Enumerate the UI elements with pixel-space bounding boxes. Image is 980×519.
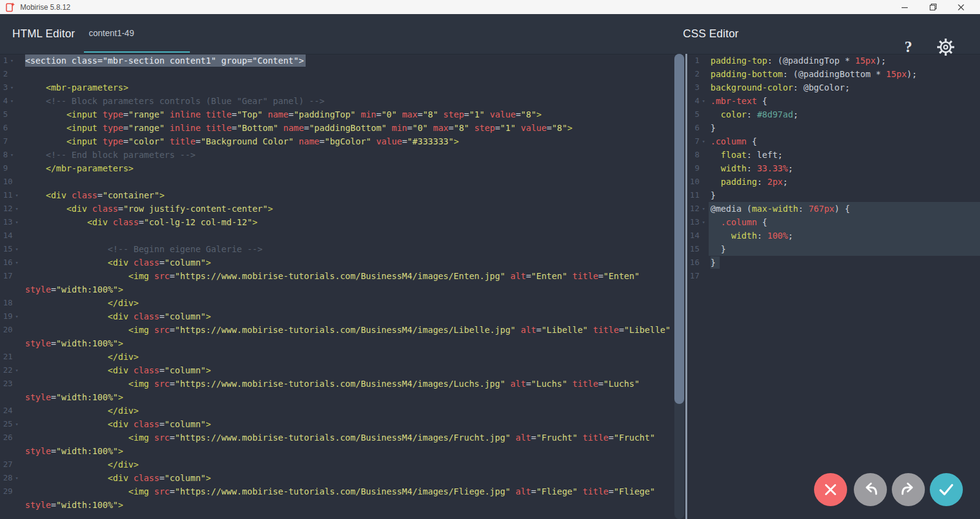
code-text[interactable] bbox=[25, 175, 674, 189]
code-text[interactable]: <img src="https://www.mobirise-tutorials… bbox=[25, 485, 674, 498]
fold-arrow-icon[interactable]: ▾ bbox=[15, 471, 18, 485]
code-line[interactable]: 25▾ <div class="column"> bbox=[0, 417, 674, 431]
code-text[interactable]: } bbox=[709, 242, 980, 256]
redo-button[interactable] bbox=[892, 473, 925, 506]
code-line[interactable]: 12▾@media (max-width: 767px) { bbox=[688, 202, 980, 215]
code-text[interactable]: } bbox=[710, 121, 980, 135]
html-code-pane[interactable]: 1▾<section class="mbr-section content1" … bbox=[0, 54, 674, 519]
code-text[interactable]: </div> bbox=[25, 350, 674, 364]
code-line[interactable]: 5 color: #8d97ad; bbox=[688, 108, 980, 121]
code-text[interactable]: <img src="https://www.mobirise-tutorials… bbox=[25, 377, 674, 390]
code-line[interactable]: 29 <img src="https://www.mobirise-tutori… bbox=[0, 485, 674, 498]
code-line[interactable]: 9 </mbr-parameters> bbox=[0, 162, 674, 175]
code-text[interactable]: style="width:100%"> bbox=[25, 498, 674, 512]
fold-arrow-icon[interactable]: ▾ bbox=[15, 215, 18, 229]
code-text[interactable]: <div class="column"> bbox=[25, 256, 674, 269]
code-text[interactable]: .column { bbox=[710, 135, 980, 148]
code-line[interactable]: 14 width: 100%; bbox=[688, 229, 980, 242]
html-pane-scrollbar-thumb[interactable] bbox=[674, 54, 684, 404]
code-line-wrap[interactable]: style="width:100%"> bbox=[0, 498, 674, 512]
fold-arrow-icon[interactable]: ▾ bbox=[702, 94, 705, 108]
code-text[interactable]: </div> bbox=[25, 458, 674, 471]
code-line-wrap[interactable]: style="width:100%"> bbox=[0, 390, 674, 404]
code-line[interactable]: 1padding-top: (@paddingTop * 15px); bbox=[688, 54, 980, 67]
code-text[interactable]: <input type="range" inline title="Bottom… bbox=[25, 121, 674, 135]
fold-arrow-icon[interactable]: ▾ bbox=[15, 189, 18, 202]
fold-arrow-icon[interactable]: ▾ bbox=[702, 202, 705, 215]
code-line[interactable]: 6 <input type="range" inline title="Bott… bbox=[0, 121, 674, 135]
fold-arrow-icon[interactable]: ▾ bbox=[15, 364, 18, 377]
code-line[interactable]: 12▾ <div class="row justify-content-cent… bbox=[0, 202, 674, 215]
html-pane-scrollbar-track[interactable] bbox=[674, 54, 684, 519]
code-text[interactable]: <img src="https://www.mobirise-tutorials… bbox=[25, 431, 674, 444]
code-text[interactable]: <div class="column"> bbox=[25, 417, 674, 431]
code-text[interactable] bbox=[710, 269, 980, 283]
code-line[interactable]: 19▾ <div class="column"> bbox=[0, 310, 674, 323]
code-text[interactable]: <!-- Beginn eigene Galerie --> bbox=[25, 242, 674, 256]
code-text[interactable]: </div> bbox=[25, 296, 674, 310]
code-line[interactable]: 6} bbox=[688, 121, 980, 135]
code-line[interactable]: 16▾ <div class="column"> bbox=[0, 256, 674, 269]
code-text[interactable]: padding-top: (@paddingTop * 15px); bbox=[710, 54, 980, 67]
code-text[interactable]: width: 33.33%; bbox=[710, 162, 980, 175]
code-text[interactable]: style="width:100%"> bbox=[25, 337, 674, 350]
code-line[interactable]: 11} bbox=[688, 189, 980, 202]
code-line[interactable]: 24 </div> bbox=[0, 404, 674, 417]
undo-button[interactable] bbox=[854, 473, 887, 506]
code-text[interactable]: style="width:100%"> bbox=[25, 283, 674, 296]
code-line-wrap[interactable]: style="width:100%"> bbox=[0, 337, 674, 350]
code-line[interactable]: 15▾ <!-- Beginn eigene Galerie --> bbox=[0, 242, 674, 256]
code-line[interactable]: 11▾ <div class="container"> bbox=[0, 189, 674, 202]
tab-content1-49[interactable]: content1-49 bbox=[84, 14, 190, 53]
code-text[interactable]: <div class="column"> bbox=[25, 364, 674, 377]
code-line[interactable]: 17 bbox=[688, 269, 980, 283]
fold-arrow-icon[interactable]: ▾ bbox=[702, 215, 705, 229]
code-text[interactable]: <img src="https://www.mobirise-tutorials… bbox=[25, 269, 674, 283]
code-line[interactable]: 16} bbox=[688, 256, 980, 269]
code-text[interactable]: <div class="container"> bbox=[25, 189, 674, 202]
code-text[interactable]: @media (max-width: 767px) { bbox=[709, 202, 980, 215]
code-text[interactable]: <img src="https://www.mobirise-tutorials… bbox=[25, 323, 674, 337]
code-line[interactable]: 13▾ .column { bbox=[688, 215, 980, 229]
code-line[interactable]: 2padding-bottom: (@paddingBottom * 15px)… bbox=[688, 67, 980, 81]
code-text[interactable]: style="width:100%"> bbox=[25, 444, 674, 458]
code-line[interactable]: 8▾ <!-- End block parameters --> bbox=[0, 148, 674, 162]
fold-arrow-icon[interactable]: ▾ bbox=[10, 148, 13, 162]
code-text[interactable]: padding-bottom: (@paddingBottom * 15px); bbox=[710, 67, 980, 81]
code-line[interactable]: 18 </div> bbox=[0, 296, 674, 310]
code-line[interactable]: 4▾.mbr-text { bbox=[688, 94, 980, 108]
code-text[interactable]: <div class="column"> bbox=[25, 310, 674, 323]
fold-arrow-icon[interactable]: ▾ bbox=[10, 81, 13, 94]
fold-arrow-icon[interactable]: ▾ bbox=[15, 202, 18, 215]
code-line[interactable]: 23 <img src="https://www.mobirise-tutori… bbox=[0, 377, 674, 390]
close-icon[interactable] bbox=[947, 0, 975, 14]
code-line-wrap[interactable]: style="width:100%"> bbox=[0, 283, 674, 296]
code-line[interactable]: 15 } bbox=[688, 242, 980, 256]
code-line[interactable]: 26 <img src="https://www.mobirise-tutori… bbox=[0, 431, 674, 444]
code-text[interactable]: float: left; bbox=[710, 148, 980, 162]
code-line[interactable]: 5 <input type="range" inline title="Top"… bbox=[0, 108, 674, 121]
restore-icon[interactable] bbox=[919, 0, 947, 14]
code-text[interactable]: padding: 2px; bbox=[710, 175, 980, 189]
code-text[interactable] bbox=[25, 67, 674, 81]
code-line[interactable]: 7▾.column { bbox=[688, 135, 980, 148]
code-text[interactable]: <div class="column"> bbox=[25, 471, 674, 485]
code-text[interactable]: <div class="col-lg-12 col-md-12"> bbox=[25, 215, 674, 229]
cancel-button[interactable] bbox=[814, 473, 847, 506]
code-line[interactable]: 22▾ <div class="column"> bbox=[0, 364, 674, 377]
code-line[interactable]: 3▾ <mbr-parameters> bbox=[0, 81, 674, 94]
fold-arrow-icon[interactable]: ▾ bbox=[15, 242, 18, 256]
code-text[interactable]: <mbr-parameters> bbox=[25, 81, 674, 94]
code-text[interactable]: background-color: @bgColor; bbox=[710, 81, 980, 94]
code-line-wrap[interactable]: style="width:100%"> bbox=[0, 444, 674, 458]
code-line[interactable]: 14 bbox=[0, 229, 674, 242]
fold-arrow-icon[interactable]: ▾ bbox=[10, 94, 13, 108]
code-line[interactable]: 4▾ <!-- Block parameters controls (Blue … bbox=[0, 94, 674, 108]
code-text[interactable]: color: #8d97ad; bbox=[710, 108, 980, 121]
css-code-pane[interactable]: 1padding-top: (@paddingTop * 15px);2padd… bbox=[688, 54, 980, 519]
code-line[interactable]: 20 <img src="https://www.mobirise-tutori… bbox=[0, 323, 674, 337]
code-text[interactable] bbox=[25, 229, 674, 242]
fold-arrow-icon[interactable]: ▾ bbox=[15, 417, 18, 431]
code-text[interactable]: </div> bbox=[25, 404, 674, 417]
fold-arrow-icon[interactable]: ▾ bbox=[10, 54, 13, 67]
